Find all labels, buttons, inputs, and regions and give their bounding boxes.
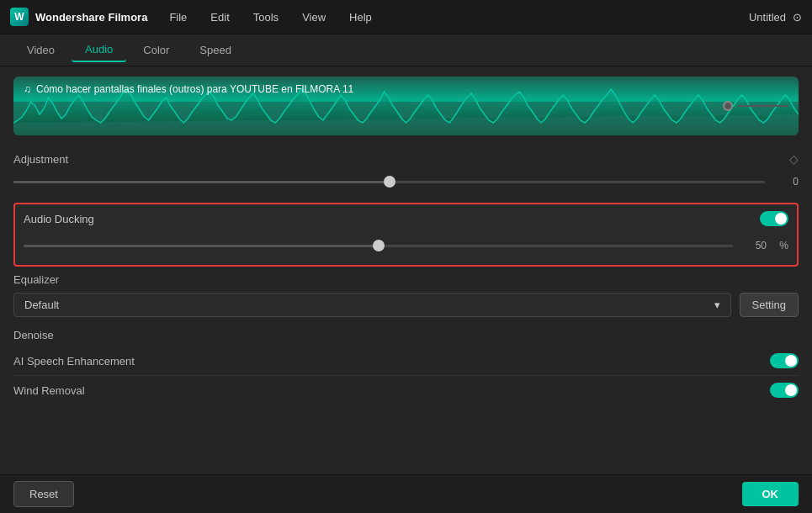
equalizer-title: Equalizer (13, 273, 799, 286)
adjustment-section: Adjustment ◇ 0 (13, 145, 799, 194)
title-bar-left: W Wondershare Filmora File Edit Tools Vi… (10, 8, 377, 27)
menu-view[interactable]: View (297, 8, 331, 27)
ducking-slider-thumb[interactable] (373, 240, 385, 251)
menu-file[interactable]: File (164, 8, 192, 27)
pitch-slider-container[interactable] (13, 174, 765, 189)
reset-button[interactable]: Reset (13, 481, 74, 507)
project-title: Untitled (749, 11, 786, 24)
denoise-title: Denoise (13, 324, 799, 346)
wind-removal-toggle[interactable] (770, 383, 799, 398)
tab-color[interactable]: Color (130, 39, 183, 61)
ducking-slider-track (24, 245, 733, 247)
ducking-slider-container[interactable] (24, 238, 733, 253)
audio-ducking-toggle[interactable] (760, 211, 788, 226)
volume-knob[interactable] (723, 101, 788, 111)
audio-ducking-header: Audio Ducking (24, 211, 788, 226)
ai-speech-toggle[interactable] (770, 353, 799, 368)
ducking-slider-row: 50 % (24, 233, 788, 258)
adjustment-header: Adjustment ◇ (13, 145, 799, 169)
tabs-bar: Video Audio Color Speed (0, 34, 812, 66)
title-bar: W Wondershare Filmora File Edit Tools Vi… (0, 0, 812, 34)
volume-circle (723, 101, 733, 111)
setting-button[interactable]: Setting (740, 293, 799, 317)
diamond-icon: ◇ (789, 152, 799, 166)
music-icon: ♫ (24, 83, 31, 95)
ai-speech-label: AI Speech Enhancement (13, 355, 135, 368)
pitch-slider-track (13, 181, 765, 183)
audio-track-title: Cómo hacer pantallas finales (outros) pa… (36, 83, 353, 95)
wind-removal-row: Wind Removal (13, 376, 799, 405)
wind-removal-label: Wind Removal (13, 384, 85, 397)
equalizer-controls: Default ▾ Setting (13, 293, 799, 317)
ducking-slider-fill (24, 245, 379, 247)
ducking-value: 50 (741, 240, 767, 251)
ai-speech-row: AI Speech Enhancement (13, 346, 799, 376)
app-logo: W Wondershare Filmora (10, 8, 147, 26)
app-name: Wondershare Filmora (35, 11, 147, 24)
chevron-down-icon: ▾ (714, 299, 720, 311)
adjustment-title: Adjustment (13, 153, 68, 166)
pitch-slider-thumb[interactable] (384, 176, 395, 188)
menu-help[interactable]: Help (344, 8, 377, 27)
menu-edit[interactable]: Edit (205, 8, 234, 27)
project-status-icon: ⊙ (793, 11, 802, 24)
equalizer-section: Equalizer Default ▾ Setting (13, 273, 799, 317)
audio-track-label: ♫ Cómo hacer pantallas finales (outros) … (24, 83, 353, 95)
audio-track: ♫ Cómo hacer pantallas finales (outros) … (13, 77, 799, 135)
pitch-slider-row: 0 (13, 169, 799, 194)
ok-button[interactable]: OK (742, 482, 799, 506)
main-content: ♫ Cómo hacer pantallas finales (outros) … (0, 66, 812, 513)
pitch-slider-fill (13, 181, 390, 183)
bottom-bar: Reset OK (0, 474, 812, 513)
denoise-section: Denoise AI Speech Enhancement Wind Remov… (13, 324, 799, 405)
pitch-value: 0 (773, 176, 799, 188)
ducking-unit: % (775, 240, 788, 251)
volume-line (738, 105, 788, 107)
menu-bar: File Edit Tools View Help (164, 8, 376, 27)
tab-audio[interactable]: Audio (72, 38, 126, 62)
tab-speed[interactable]: Speed (186, 39, 245, 61)
equalizer-dropdown[interactable]: Default ▾ (13, 293, 731, 317)
audio-ducking-title: Audio Ducking (24, 213, 94, 225)
equalizer-selected: Default (24, 299, 59, 311)
title-bar-right: Untitled ⊙ (749, 11, 802, 24)
app-logo-icon: W (10, 8, 29, 26)
audio-ducking-section: Audio Ducking 50 % (13, 203, 799, 267)
tab-video[interactable]: Video (13, 39, 68, 61)
menu-tools[interactable]: Tools (248, 8, 284, 27)
